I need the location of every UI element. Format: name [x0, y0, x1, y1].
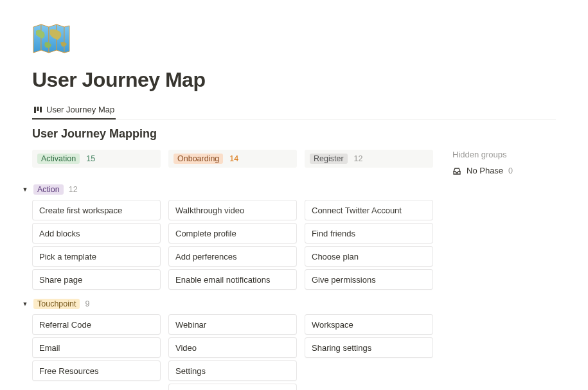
tab-user-journey-map[interactable]: User Journey Map — [32, 102, 116, 120]
svg-rect-6 — [37, 107, 39, 111]
card[interactable]: Connect Twitter Account — [305, 200, 433, 220]
svg-rect-7 — [40, 107, 42, 112]
column-count: 15 — [86, 154, 95, 163]
view-tabs: User Journey Map — [32, 102, 556, 120]
group-count: 9 — [85, 299, 89, 308]
hidden-groups-panel: Hidden groups No Phase 0 — [452, 150, 562, 175]
chevron-down-icon[interactable]: ▼ — [22, 186, 28, 193]
card[interactable]: Share page — [32, 269, 161, 290]
column-count: 12 — [354, 154, 363, 163]
collection-title[interactable]: User Journey Mapping — [32, 127, 556, 141]
card[interactable]: Templates List — [168, 384, 297, 390]
card[interactable]: Settings — [168, 360, 297, 381]
card[interactable]: Give permissions — [305, 269, 433, 290]
svg-rect-5 — [34, 107, 36, 113]
card[interactable]: Add perferences — [168, 246, 297, 267]
column-tag: Onboarding — [174, 154, 223, 164]
column-tag: Register — [310, 154, 348, 164]
tab-label: User Journey Map — [46, 105, 114, 114]
column-header-onboarding[interactable]: Onboarding 14 — [168, 150, 297, 168]
group-header-touchpoint[interactable]: ▼ Touchpoint 9 — [22, 299, 556, 309]
group-action-columns: Create first workspace Add blocks Pick a… — [32, 195, 556, 290]
board-icon — [33, 105, 42, 114]
card[interactable]: Find friends — [305, 223, 433, 244]
group-count: 12 — [69, 185, 78, 194]
card[interactable]: Choose plan — [305, 246, 433, 267]
page-icon[interactable] — [32, 23, 71, 54]
column-header-activation[interactable]: Activation 15 — [32, 150, 161, 168]
card[interactable]: Email — [32, 337, 161, 358]
group-header-action[interactable]: ▼ Action 12 — [22, 184, 556, 195]
column-tag: Activation — [37, 154, 80, 164]
card[interactable]: Webinar — [168, 314, 297, 335]
group-tag: Action — [33, 184, 64, 195]
svg-marker-0 — [33, 24, 41, 53]
inbox-icon — [452, 166, 461, 175]
card[interactable]: Workspace — [305, 314, 433, 335]
svg-marker-1 — [41, 24, 49, 53]
group-touchpoint-columns: Referral Code Email Free Resources Webin… — [32, 309, 556, 390]
card[interactable]: Add blocks — [32, 223, 161, 244]
board: Activation 15 Onboarding 14 Register 12 … — [32, 150, 556, 175]
column-header-register[interactable]: Register 12 — [305, 150, 433, 168]
card[interactable]: Enable email notifications — [168, 269, 297, 290]
hidden-group-label: No Phase — [467, 166, 503, 175]
group-tag: Touchpoint — [33, 299, 80, 309]
board-columns: Activation 15 Onboarding 14 Register 12 — [32, 150, 433, 168]
hidden-group-count: 0 — [508, 166, 513, 175]
hidden-group-no-phase[interactable]: No Phase 0 — [452, 166, 562, 175]
card[interactable]: Create first workspace — [32, 200, 161, 220]
card[interactable]: Sharing settings — [305, 337, 433, 358]
card[interactable]: Pick a template — [32, 246, 161, 267]
page-title: User Journey Map — [32, 68, 556, 92]
svg-marker-4 — [64, 26, 69, 53]
card[interactable]: Free Resources — [32, 360, 161, 381]
card[interactable]: Walkthrough video — [168, 200, 297, 220]
chevron-down-icon[interactable]: ▼ — [22, 301, 28, 307]
card[interactable]: Referral Code — [32, 314, 161, 335]
hidden-groups-title: Hidden groups — [452, 150, 562, 159]
card[interactable]: Complete profile — [168, 223, 297, 244]
card[interactable]: Video — [168, 337, 297, 358]
column-count: 14 — [229, 154, 238, 163]
